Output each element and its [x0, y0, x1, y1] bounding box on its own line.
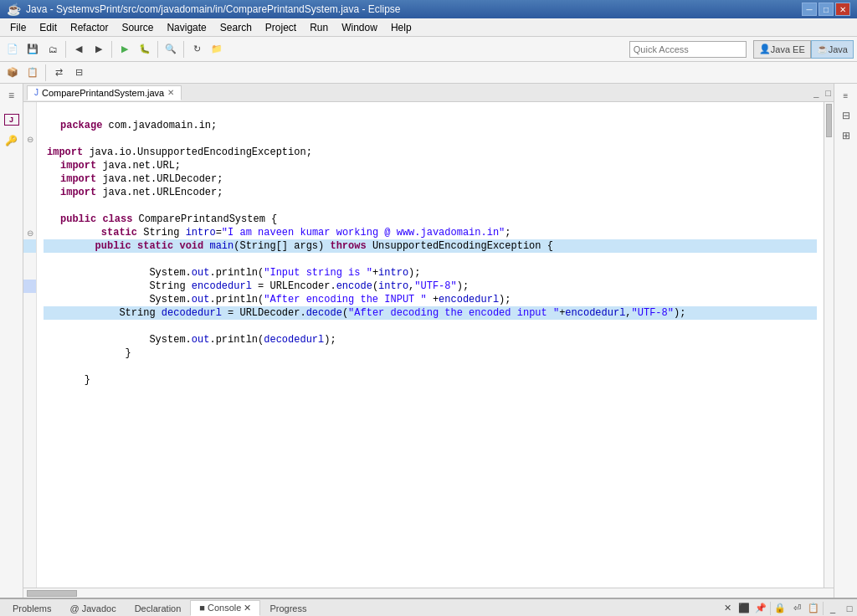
refresh-button[interactable]: ↻ [187, 40, 206, 59]
menu-edit[interactable]: Edit [33, 20, 64, 35]
console-pin-btn[interactable]: 📌 [753, 601, 768, 616]
left-sidebar: ≡ J 🔑 [0, 84, 23, 598]
menu-refactor[interactable]: Refactor [64, 20, 115, 35]
new-button[interactable]: 📄 [3, 40, 22, 59]
bottom-panel: Problems @ Javadoc Declaration ■ Console… [0, 598, 857, 616]
forward-button[interactable]: ▶ [90, 40, 108, 59]
right-sidebar: ≡ ⊟ ⊞ [834, 84, 857, 598]
toolbar-separator-1 [65, 41, 66, 58]
code-gutter: ⊖ ⊖ [23, 102, 37, 588]
menu-source[interactable]: Source [115, 20, 160, 35]
tab-console[interactable]: ■ Console ✕ [190, 600, 260, 616]
editor-tab-compare[interactable]: J ComparePrintandSystem.java ✕ [27, 85, 182, 100]
title-bar-controls: ─ □ ✕ [802, 3, 850, 16]
code-content[interactable]: package com.javadomain.in; import java.i… [37, 102, 824, 588]
sidebar-icon-2[interactable]: J [4, 114, 19, 126]
java-ee-button[interactable]: 👤 Java EE [753, 40, 811, 59]
console-sep2 [823, 602, 824, 615]
menu-run[interactable]: Run [303, 20, 335, 35]
console-sep [770, 602, 771, 615]
right-sidebar-icon-3[interactable]: ⊞ [838, 127, 854, 144]
minimize-button[interactable]: ─ [802, 3, 817, 16]
scrollbar-thumb[interactable] [826, 104, 832, 137]
secondary-separator [45, 64, 46, 81]
menu-search[interactable]: Search [213, 20, 259, 35]
toolbar-separator-2 [111, 41, 112, 58]
bottom-tab-bar: Problems @ Javadoc Declaration ■ Console… [0, 599, 857, 616]
sidebar-icon-3[interactable]: 🔑 [3, 132, 20, 149]
console-scroll-lock-btn[interactable]: 🔒 [772, 601, 788, 616]
back-button[interactable]: ◀ [69, 40, 88, 59]
tab-java-icon: J [34, 88, 38, 97]
tab-label: ComparePrintandSystem.java [42, 88, 164, 98]
save-all-button[interactable]: 🗂 [44, 40, 62, 59]
tab-declaration[interactable]: Declaration [126, 601, 191, 616]
menu-navigate[interactable]: Navigate [160, 20, 213, 35]
tab-minimize-btn[interactable]: _ [811, 88, 821, 98]
console-word-wrap-btn[interactable]: ⏎ [789, 601, 804, 616]
title-bar-left: ☕ Java - SystemvsPrint/src/com/javadomai… [7, 3, 401, 16]
maximize-button[interactable]: □ [819, 3, 834, 16]
menu-file[interactable]: File [3, 20, 33, 35]
menu-bar: File Edit Refactor Source Navigate Searc… [0, 18, 857, 37]
tab-maximize-btn[interactable]: □ [823, 88, 834, 98]
open-button[interactable]: 📁 [208, 40, 226, 59]
save-button[interactable]: 💾 [23, 40, 42, 59]
console-toolbar: ✕ ⬛ 📌 🔒 ⏎ 📋 _ □ [720, 601, 857, 616]
menu-project[interactable]: Project [259, 20, 303, 35]
console-maximize-btn[interactable]: □ [842, 601, 857, 616]
main-area: ≡ J 🔑 J ComparePrintandSystem.java ✕ _ □… [0, 84, 857, 598]
console-minimize-btn[interactable]: _ [825, 601, 840, 616]
sidebar-icon-1[interactable]: ≡ [3, 87, 20, 104]
code-editor: ⊖ ⊖ package com.javadomain.in; import ja… [23, 102, 834, 588]
sync-btn[interactable]: ⇄ [49, 64, 68, 82]
package-explorer-btn[interactable]: 📦 [3, 64, 22, 82]
quick-access-box: 👤 Java EE ☕ Java [629, 40, 854, 59]
toolbar-separator-4 [183, 41, 184, 58]
tab-progress[interactable]: Progress [260, 601, 316, 616]
collapse-btn[interactable]: ⊟ [69, 64, 88, 82]
close-button[interactable]: ✕ [835, 3, 850, 16]
toolbar-separator-3 [157, 41, 158, 58]
tab-problems[interactable]: Problems [3, 601, 60, 616]
editor-tab-bar: J ComparePrintandSystem.java ✕ _ □ [23, 84, 834, 102]
quick-access-input[interactable] [629, 41, 747, 58]
editor-area: J ComparePrintandSystem.java ✕ _ □ ⊖ [23, 84, 834, 598]
right-sidebar-icon-1[interactable]: ≡ [838, 87, 854, 104]
outline-btn[interactable]: 📋 [23, 64, 42, 82]
console-stop-btn[interactable]: ⬛ [736, 601, 752, 616]
horizontal-scrollbar[interactable] [23, 588, 834, 598]
code-scrollbar[interactable] [824, 102, 834, 588]
main-toolbar: 📄 💾 🗂 ◀ ▶ ▶ 🐛 🔍 ↻ 📁 👤 Java EE ☕ Java [0, 37, 857, 62]
console-new-btn[interactable]: 📋 [806, 601, 821, 616]
app-icon: ☕ [7, 3, 21, 16]
tab-controls: _ □ [811, 88, 834, 98]
secondary-toolbar: 📦 📋 ⇄ ⊟ [0, 62, 857, 84]
h-scrollbar-thumb[interactable] [27, 590, 77, 597]
debug-button[interactable]: 🐛 [136, 40, 154, 59]
java-button[interactable]: ☕ Java [811, 40, 854, 59]
menu-help[interactable]: Help [384, 20, 418, 35]
run-button[interactable]: ▶ [115, 40, 134, 59]
title-bar: ☕ Java - SystemvsPrint/src/com/javadomai… [0, 0, 857, 18]
right-sidebar-icon-2[interactable]: ⊟ [838, 107, 854, 124]
tab-javadoc[interactable]: @ Javadoc [60, 601, 125, 616]
console-clear-btn[interactable]: ✕ [720, 601, 735, 616]
window-title: Java - SystemvsPrint/src/com/javadomain/… [26, 3, 401, 15]
menu-window[interactable]: Window [335, 20, 384, 35]
search-button[interactable]: 🔍 [162, 40, 180, 59]
tab-close-icon[interactable]: ✕ [167, 88, 174, 97]
